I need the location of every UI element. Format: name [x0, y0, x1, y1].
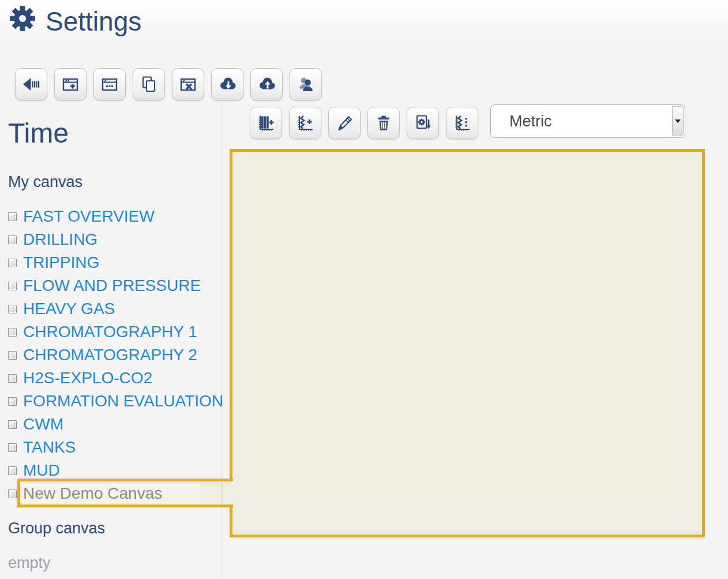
unit-select-value: Metric	[491, 113, 685, 130]
canvas-checkbox[interactable]	[8, 443, 17, 452]
sidebar-heading: Time	[8, 117, 69, 150]
canvas-list-item[interactable]: HEAVY GAS	[0, 297, 222, 320]
copy-canvas-button[interactable]	[133, 68, 165, 100]
add-track-button[interactable]	[250, 107, 282, 139]
export-settings-button[interactable]	[407, 107, 439, 139]
add-canvas-button[interactable]	[54, 68, 87, 100]
canvas-checkbox[interactable]	[8, 212, 17, 221]
back-arrow-icon	[21, 74, 42, 95]
cloud-download-icon	[217, 74, 238, 95]
share-users-button[interactable]	[290, 68, 322, 100]
add-curve-icon	[295, 113, 316, 133]
canvas-checkbox[interactable]	[8, 328, 17, 337]
unit-select[interactable]: Metric	[490, 104, 685, 138]
canvas-item-label[interactable]: New Demo Canvas	[23, 484, 162, 503]
canvas-preview-area[interactable]	[230, 149, 705, 537]
canvas-list: FAST OVERVIEW DRILLING TRIPPING FLOW AND…	[0, 205, 222, 505]
canvas-checkbox[interactable]	[8, 466, 17, 475]
canvas-list-item[interactable]: FORMATION EVALUATION	[0, 390, 222, 413]
canvas-checkbox[interactable]	[8, 305, 17, 313]
canvas-item-label[interactable]: CHROMATOGRAPHY 2	[23, 346, 197, 364]
canvas-list-item[interactable]: CWM	[0, 413, 222, 436]
page-gear-download-icon	[412, 113, 433, 133]
delete-canvas-button[interactable]	[172, 68, 204, 100]
cloud-upload-icon	[256, 74, 277, 95]
add-track-icon	[256, 113, 276, 133]
trash-icon	[373, 113, 394, 133]
page-title: Settings	[46, 6, 141, 37]
canvas-list-item[interactable]: H2S-EXPLO-CO2	[0, 367, 222, 390]
primary-toolbar	[15, 68, 322, 100]
canvas-item-label[interactable]: TRIPPING	[23, 253, 99, 272]
canvas-list-item[interactable]: CHROMATOGRAPHY 2	[0, 343, 222, 367]
canvas-list-item[interactable]: DRILLING	[0, 228, 222, 251]
canvas-list-item-selected[interactable]: New Demo Canvas	[0, 482, 222, 505]
my-canvas-label: My canvas	[8, 173, 82, 190]
canvas-list-item[interactable]: CHROMATOGRAPHY 1	[0, 320, 222, 343]
back-button[interactable]	[15, 68, 47, 100]
canvas-item-label[interactable]: DRILLING	[23, 230, 97, 249]
group-canvas-label: Group canvas	[8, 518, 105, 538]
canvas-list-item[interactable]: MUD	[0, 459, 222, 482]
canvas-toolbar	[250, 107, 478, 139]
canvas-checkbox[interactable]	[8, 420, 17, 429]
window-dots-icon	[99, 74, 120, 95]
pencil-icon	[334, 113, 355, 133]
canvas-checkbox[interactable]	[8, 374, 17, 383]
canvas-list-item[interactable]: TRIPPING	[0, 251, 222, 274]
new-window-plus-icon	[60, 74, 81, 95]
curve-list-button[interactable]	[446, 107, 478, 139]
canvas-checkbox[interactable]	[8, 351, 17, 360]
canvas-list-item[interactable]: FLOW AND PRESSURE	[0, 274, 222, 297]
canvas-item-label[interactable]: FAST OVERVIEW	[23, 207, 155, 226]
canvas-item-label[interactable]: MUD	[23, 461, 60, 480]
rename-canvas-button[interactable]	[93, 68, 126, 100]
canvas-checkbox[interactable]	[8, 397, 17, 406]
canvas-checkbox[interactable]	[8, 259, 17, 267]
canvas-checkbox[interactable]	[8, 236, 17, 244]
dropdown-arrow-icon[interactable]	[672, 106, 684, 136]
gear-icon	[9, 5, 36, 32]
users-icon	[295, 74, 316, 95]
canvas-item-label[interactable]: FORMATION EVALUATION	[23, 392, 223, 410]
copy-icon	[138, 74, 159, 95]
upload-button[interactable]	[250, 68, 283, 100]
curve-list-icon	[452, 113, 472, 133]
canvas-item-label[interactable]: CWM	[23, 415, 63, 434]
canvas-list-item[interactable]: FAST OVERVIEW	[0, 205, 222, 228]
group-canvas-empty-label: empty	[8, 553, 51, 573]
canvas-item-label[interactable]: H2S-EXPLO-CO2	[23, 369, 152, 387]
canvas-item-label[interactable]: FLOW AND PRESSURE	[23, 277, 201, 295]
add-curve-button[interactable]	[289, 107, 321, 139]
delete-track-button[interactable]	[367, 107, 400, 139]
canvas-item-label[interactable]: CHROMATOGRAPHY 1	[23, 323, 197, 341]
edit-button[interactable]	[328, 107, 361, 139]
canvas-checkbox[interactable]	[8, 490, 17, 498]
canvas-item-label[interactable]: HEAVY GAS	[23, 300, 115, 318]
band-divider-line	[222, 481, 223, 505]
canvas-item-label[interactable]: TANKS	[23, 438, 76, 457]
download-button[interactable]	[211, 68, 243, 100]
canvas-checkbox[interactable]	[8, 282, 17, 290]
canvas-list-item[interactable]: TANKS	[0, 436, 222, 459]
settings-page: Settings	[0, 0, 728, 579]
window-close-icon	[178, 74, 198, 95]
